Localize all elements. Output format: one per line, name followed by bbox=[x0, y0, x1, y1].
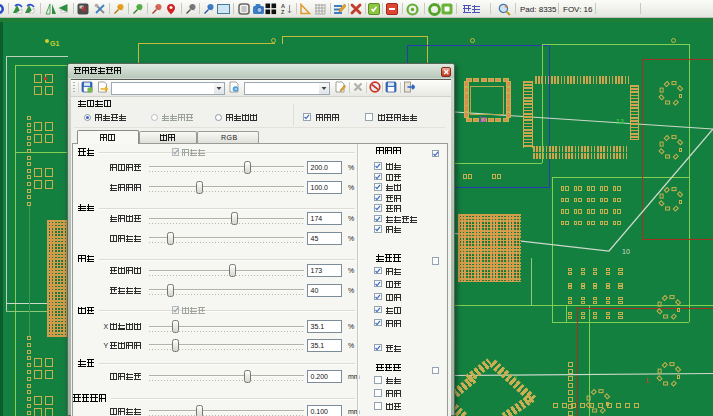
svg-text:Z: Z bbox=[281, 9, 285, 15]
